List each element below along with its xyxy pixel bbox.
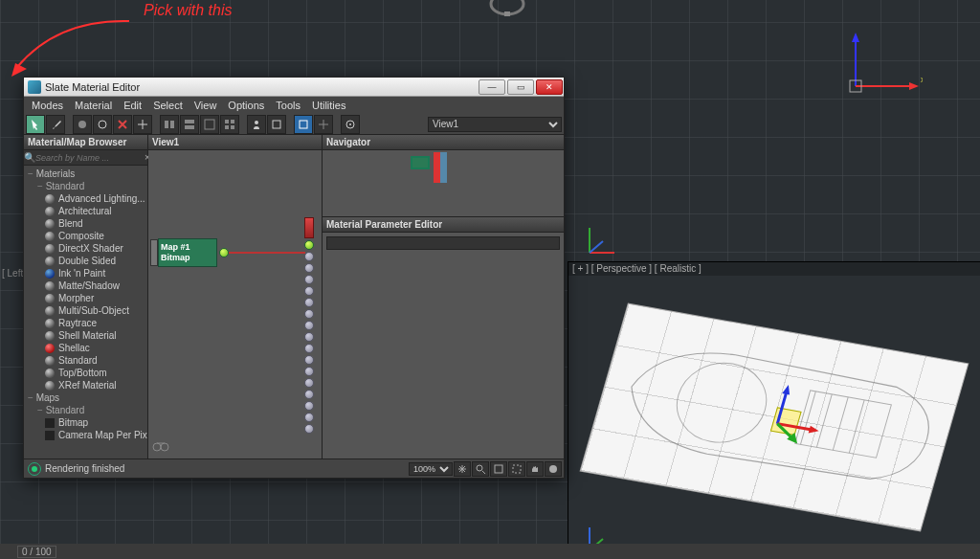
browser-search-row: 🔍 × <box>24 150 147 166</box>
mat-shellac[interactable]: Shellac <box>24 342 147 354</box>
perspective-viewport-label[interactable]: [ + ] [ Perspective ] [ Realistic ] <box>568 262 980 276</box>
pan-hand-icon[interactable] <box>526 461 544 477</box>
svg-line-23 <box>590 241 603 253</box>
material-socket-12[interactable] <box>304 378 314 388</box>
mat-directx[interactable]: DirectX Shader <box>24 242 147 255</box>
material-socket-2[interactable] <box>304 263 314 273</box>
cat-standard[interactable]: Standard <box>24 180 147 192</box>
toolbar-btn-e[interactable] <box>247 115 266 134</box>
param-name-field[interactable] <box>326 236 560 250</box>
mat-composite[interactable]: Composite <box>24 230 147 242</box>
node-input-stub[interactable] <box>150 239 158 266</box>
pointer-tool-button[interactable] <box>26 115 45 134</box>
layout-d-button[interactable] <box>220 115 239 134</box>
navigator-thumbnail[interactable] <box>411 156 447 183</box>
material-socket-10[interactable] <box>304 355 314 365</box>
material-socket-4[interactable] <box>304 286 314 296</box>
toolbar-sphere-button[interactable] <box>93 115 112 134</box>
mat-topbottom[interactable]: Top/Bottom <box>24 367 147 379</box>
map-bitmap[interactable]: Bitmap <box>24 416 147 429</box>
cat-materials[interactable]: Materials <box>24 168 147 180</box>
render-preview-icon[interactable] <box>545 461 562 477</box>
minimize-button[interactable]: — <box>479 79 505 95</box>
mat-inknpaint[interactable]: Ink 'n Paint <box>24 267 147 280</box>
zoom-region-icon[interactable] <box>508 461 525 477</box>
svg-rect-37 <box>231 125 234 129</box>
browser-title: Material/Map Browser <box>24 135 147 150</box>
reference-plane[interactable] <box>581 304 968 530</box>
mat-morpher[interactable]: Morpher <box>24 292 147 304</box>
material-socket-13[interactable] <box>304 390 314 399</box>
material-socket-11[interactable] <box>304 367 314 376</box>
toolbar-btn-i[interactable] <box>341 115 360 134</box>
material-socket-in[interactable] <box>304 240 314 250</box>
pan-tool-icon[interactable] <box>454 461 471 477</box>
material-socket-6[interactable] <box>304 309 314 319</box>
wire-connection[interactable] <box>229 252 305 254</box>
layout-b-button[interactable] <box>180 115 199 134</box>
browser-tree[interactable]: Materials Standard Advanced Lighting... … <box>24 166 147 458</box>
mat-raytrace[interactable]: Raytrace <box>24 317 147 329</box>
menu-tools[interactable]: Tools <box>272 98 304 113</box>
mat-doublesided[interactable]: Double Sided <box>24 255 147 267</box>
close-button[interactable]: ✕ <box>536 79 563 95</box>
mat-blend[interactable]: Blend <box>24 217 147 230</box>
layout-a-button[interactable] <box>160 115 179 134</box>
mat-xref[interactable]: XRef Material <box>24 379 147 391</box>
delete-button[interactable] <box>113 115 132 134</box>
material-socket-15[interactable] <box>304 413 314 422</box>
window-titlebar[interactable]: Slate Material Editor — ▭ ✕ <box>24 78 564 97</box>
material-socket-7[interactable] <box>304 321 314 330</box>
menu-modes[interactable]: Modes <box>28 98 67 113</box>
binoculars-icon[interactable] <box>152 439 169 455</box>
perspective-content[interactable] <box>568 276 980 559</box>
toolbar-move-button[interactable] <box>133 115 152 134</box>
menu-view[interactable]: View <box>190 98 221 113</box>
svg-point-42 <box>349 123 351 125</box>
search-input[interactable] <box>35 153 145 163</box>
svg-rect-34 <box>225 120 229 123</box>
bitmap-node[interactable]: Map #1 Bitmap <box>150 238 229 267</box>
cat-maps[interactable]: Maps <box>24 391 147 404</box>
map-cameramap[interactable]: Camera Map Per Pixel <box>24 429 147 441</box>
menu-material[interactable]: Material <box>71 98 116 113</box>
material-socket-14[interactable] <box>304 401 314 411</box>
material-socket-8[interactable] <box>304 332 314 342</box>
cat-maps-standard[interactable]: Standard <box>24 404 147 416</box>
node-output-port[interactable] <box>219 248 229 257</box>
material-socket-3[interactable] <box>304 275 314 284</box>
mat-standard[interactable]: Standard <box>24 354 147 367</box>
view1-canvas[interactable]: View1 Map #1 Bitmap <box>148 135 323 458</box>
zoom-extents-icon[interactable] <box>490 461 507 477</box>
mat-architectural[interactable]: Architectural <box>24 205 147 217</box>
mat-matteshadow[interactable]: Matte/Shadow <box>24 280 147 292</box>
zoom-selector[interactable]: 100% <box>409 462 453 476</box>
perspective-viewport[interactable]: [ + ] [ Perspective ] [ Realistic ] <box>568 261 980 559</box>
navigator-panel[interactable]: Navigator <box>323 135 564 217</box>
menu-select[interactable]: Select <box>149 98 187 113</box>
layout-c-button[interactable] <box>200 115 219 134</box>
menu-edit[interactable]: Edit <box>120 98 145 113</box>
zoom-tool-icon[interactable] <box>472 461 489 477</box>
material-socket-5[interactable] <box>304 298 314 307</box>
axis-gizmo-top[interactable]: x <box>808 29 923 117</box>
material-node-header[interactable] <box>304 217 314 238</box>
viewcube-ring-icon[interactable] <box>488 0 526 23</box>
mat-adv-lighting[interactable]: Advanced Lighting... <box>24 192 147 205</box>
toolbar-btn-g[interactable] <box>294 115 313 134</box>
material-socket-9[interactable] <box>304 344 314 353</box>
mat-multisub[interactable]: Multi/Sub-Object <box>24 304 147 317</box>
assign-material-button[interactable] <box>73 115 92 134</box>
toolbar-btn-h[interactable] <box>314 115 333 134</box>
view-selector[interactable]: View1 <box>428 117 562 132</box>
eyedropper-tool-button[interactable] <box>46 115 65 134</box>
maximize-button[interactable]: ▭ <box>507 79 534 95</box>
material-socket-1[interactable] <box>304 252 314 261</box>
node-title: Map #1 <box>161 242 212 253</box>
menu-utilities[interactable]: Utilities <box>308 98 349 113</box>
material-socket-16[interactable] <box>304 424 314 434</box>
menu-options[interactable]: Options <box>224 98 268 113</box>
mat-shell[interactable]: Shell Material <box>24 329 147 342</box>
material-node[interactable] <box>304 217 314 434</box>
toolbar-btn-f[interactable] <box>267 115 286 134</box>
